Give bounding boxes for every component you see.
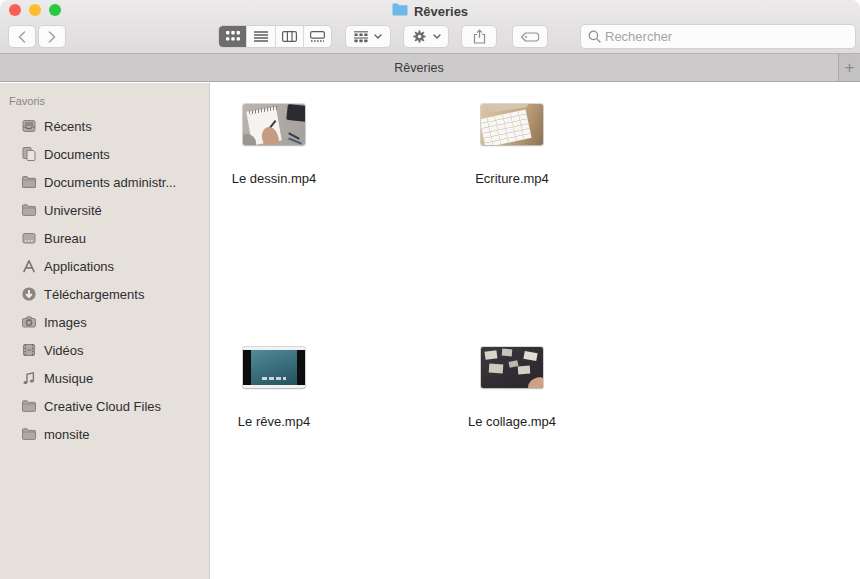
tab-label: Rêveries [394, 61, 443, 75]
file-le-dessin[interactable]: Le dessin.mp4 [210, 104, 338, 186]
video-thumbnail-le-reve[interactable] [243, 347, 305, 388]
sidebar-section-favoris: Favoris [9, 95, 209, 107]
sidebar-item-label: Téléchargements [44, 287, 144, 302]
group-icon [354, 31, 368, 43]
folder-icon [21, 202, 37, 218]
sidebar-item-label: Musique [44, 371, 93, 386]
sidebar-item-applications[interactable]: Applications [0, 252, 209, 280]
columns-icon [282, 31, 297, 42]
share-button[interactable] [461, 25, 497, 48]
sidebar-item-label: monsite [44, 427, 90, 442]
sidebar-item-bureau[interactable]: Bureau [0, 224, 209, 252]
window-body: Favoris Récents Documents [0, 83, 860, 579]
sidebar-item-label: Documents administr... [44, 175, 176, 190]
window-title-text: Rêveries [414, 4, 468, 19]
applications-icon [21, 258, 37, 274]
documents-icon [21, 146, 37, 162]
sidebar-item-telechargements[interactable]: Téléchargements [0, 280, 209, 308]
chevron-down-icon [374, 34, 382, 39]
file-name[interactable]: Ecriture.mp4 [475, 171, 549, 186]
sidebar-item-universite[interactable]: Université [0, 196, 209, 224]
icon-view-button[interactable] [219, 26, 246, 47]
action-menu-button[interactable] [403, 25, 449, 48]
sidebar-item-label: Documents [44, 147, 110, 162]
gear-icon [412, 29, 427, 44]
list-view-button[interactable] [246, 26, 274, 47]
sidebar-item-label: Applications [44, 259, 114, 274]
folder-icon [392, 3, 408, 19]
downloads-icon [21, 286, 37, 302]
window-title: Rêveries [0, 2, 860, 20]
sidebar-item-label: Vidéos [44, 343, 84, 358]
chevron-right-icon [50, 32, 55, 42]
tag-button[interactable] [512, 25, 548, 48]
search-field[interactable] [580, 24, 856, 49]
sidebar-item-label: Université [44, 203, 102, 218]
recents-icon [21, 118, 37, 134]
folder-icon [21, 174, 37, 190]
file-ecriture[interactable]: Ecriture.mp4 [448, 104, 576, 186]
grid-icon [226, 31, 240, 42]
desktop-icon [21, 230, 37, 246]
sidebar-item-label: Creative Cloud Files [44, 399, 161, 414]
new-tab-button[interactable]: + [838, 54, 860, 81]
finder-window: Rêveries [0, 0, 860, 579]
list-icon [254, 31, 268, 42]
file-name[interactable]: Le collage.mp4 [468, 414, 556, 429]
plus-icon: + [845, 58, 855, 78]
video-thumbnail-ecriture[interactable] [481, 104, 543, 145]
forward-button[interactable] [38, 25, 66, 48]
music-icon [21, 370, 37, 386]
view-mode-segmented-control [218, 25, 332, 48]
camera-icon [21, 314, 37, 330]
film-icon [21, 342, 37, 358]
tag-icon [520, 31, 540, 43]
tab-reveries[interactable]: Rêveries [0, 54, 838, 81]
sidebar-item-documents-administratifs[interactable]: Documents administr... [0, 168, 209, 196]
sidebar-item-images[interactable]: Images [0, 308, 209, 336]
sidebar-item-label: Bureau [44, 231, 86, 246]
video-thumbnail-le-collage[interactable] [481, 347, 543, 388]
column-view-button[interactable] [275, 26, 303, 47]
share-icon [473, 29, 486, 44]
sidebar-item-musique[interactable]: Musique [0, 364, 209, 392]
folder-icon [21, 398, 37, 414]
file-le-reve[interactable]: Le rêve.mp4 [210, 347, 338, 429]
file-name[interactable]: Le dessin.mp4 [232, 171, 317, 186]
back-button[interactable] [8, 25, 36, 48]
search-icon [588, 30, 601, 43]
tab-bar: Rêveries + [0, 54, 860, 82]
sidebar: Favoris Récents Documents [0, 83, 210, 579]
titlebar-toolbar: Rêveries [0, 0, 860, 54]
gallery-view-button[interactable] [303, 26, 331, 47]
file-name[interactable]: Le rêve.mp4 [238, 414, 310, 429]
sidebar-item-documents[interactable]: Documents [0, 140, 209, 168]
search-input[interactable] [605, 29, 835, 44]
sidebar-item-creative-cloud-files[interactable]: Creative Cloud Files [0, 392, 209, 420]
file-le-collage[interactable]: Le collage.mp4 [448, 347, 576, 429]
video-thumbnail-le-dessin[interactable] [243, 104, 305, 145]
sidebar-item-label: Récents [44, 119, 92, 134]
sidebar-item-videos[interactable]: Vidéos [0, 336, 209, 364]
gallery-icon [310, 31, 325, 42]
sidebar-item-monsite[interactable]: monsite [0, 420, 209, 448]
chevron-down-icon [433, 34, 441, 39]
sidebar-item-label: Images [44, 315, 87, 330]
file-view: Le dessin.mp4 Ecriture.mp4 Le rêve.mp4 [210, 83, 860, 579]
group-by-button[interactable] [345, 25, 391, 48]
chevron-left-icon [20, 32, 25, 42]
folder-icon [21, 426, 37, 442]
sidebar-item-recents[interactable]: Récents [0, 112, 209, 140]
